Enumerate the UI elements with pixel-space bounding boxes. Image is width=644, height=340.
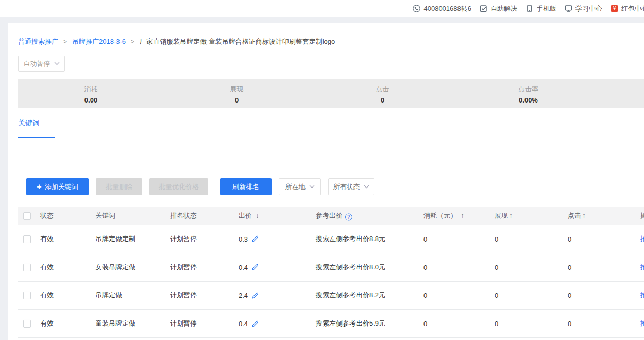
stat-label: 展现 (164, 84, 310, 94)
keywords-table: 状态 关键词 排名状态 出价↓ 参考出价? 消耗（元）↑ 展现↑ 点击↑ 操作 … (18, 207, 644, 340)
chevron-down-icon (364, 185, 369, 189)
mobile-version-link[interactable]: 手机版 (526, 4, 556, 13)
service-phone-number: 4008001688转6 (423, 4, 471, 13)
sort-desc-icon: ↓ (256, 211, 259, 219)
batch-optimize-price-button[interactable]: 批量优化价格 (149, 178, 208, 195)
location-filter-dropdown[interactable]: 所在地 (279, 178, 321, 195)
cell-cost: 0 (423, 263, 427, 271)
tab-active-indicator (18, 137, 55, 138)
header-impressions[interactable]: 展现↑ (495, 211, 513, 220)
service-phone: 4008001688转6 (413, 4, 471, 13)
stat-cost: 消耗 0.00 (18, 79, 164, 108)
sort-asc-icon: ↑ (509, 211, 513, 219)
add-keyword-label: 添加关键词 (45, 182, 78, 192)
mobile-version-label: 手机版 (536, 4, 556, 13)
tab-keywords[interactable]: 关键词 (18, 118, 40, 128)
table-row: 有效 童装吊牌定做 计划暂停 0.4 搜索左侧参考出价5.9元 0 0 0 抢排… (18, 310, 644, 338)
svg-text:¥: ¥ (613, 6, 616, 11)
cell-clicks: 0 (568, 235, 571, 243)
status-filter-dropdown[interactable]: 所有状态 (328, 178, 374, 195)
learning-center-label: 学习中心 (575, 4, 602, 13)
chevron-down-icon (54, 62, 60, 65)
header-keyword: 关键词 (95, 211, 115, 220)
row-checkbox[interactable] (23, 264, 31, 271)
help-icon[interactable]: ? (345, 214, 352, 221)
topbar: 4008001688转6 自助解决 手机版 学习中心 ¥ 红包中心 (0, 0, 644, 17)
cell-bid: 2.4 (239, 292, 248, 299)
red-packet-icon: ¥ (611, 5, 618, 12)
breadcrumb-separator: > (131, 38, 134, 45)
header-bid[interactable]: 出价↓ (239, 211, 259, 220)
cell-status: 有效 (40, 263, 54, 272)
status-filter-label: 所有状态 (333, 182, 360, 192)
cell-rank-status: 计划暂停 (170, 291, 197, 300)
stat-label: 点击 (310, 84, 455, 94)
red-packet-center-link[interactable]: ¥ 红包中心 (611, 4, 644, 13)
cell-bid: 0.4 (239, 263, 248, 271)
table-row: 有效 吊牌定做 计划暂停 2.4 搜索左侧参考出价8.2元 0 0 0 抢排名 (18, 282, 644, 310)
cell-ref-bid: 搜索左侧参考出价8.8元 (316, 234, 385, 244)
row-checkbox[interactable] (23, 292, 31, 299)
stat-ctr: 点击率 0.00% (455, 79, 601, 108)
table-header: 状态 关键词 排名状态 出价↓ 参考出价? 消耗（元）↑ 展现↑ 点击↑ 操作 (18, 207, 644, 225)
grab-rank-link[interactable]: 抢排名 (640, 263, 644, 271)
cell-impressions: 0 (495, 320, 498, 328)
cell-cost: 0 (423, 292, 427, 299)
tab-divider (18, 139, 644, 139)
plus-icon: + (37, 182, 41, 192)
cell-keyword: 吊牌定做 (95, 291, 122, 300)
cell-rank-status: 计划暂停 (170, 319, 197, 328)
edit-bid-icon[interactable] (251, 264, 259, 271)
smartphone-icon (526, 5, 533, 12)
stat-value: 0.00 (18, 96, 164, 104)
grab-rank-link[interactable]: 抢排名 (640, 319, 644, 327)
stat-impressions: 展现 0 (164, 79, 310, 108)
table-row: 有效 女装吊牌定做 计划暂停 0.4 搜索左侧参考出价8.0元 0 0 0 抢排… (18, 253, 644, 282)
row-checkbox[interactable] (23, 320, 31, 328)
stat-clicks: 点击 0 (310, 79, 455, 108)
header-cost[interactable]: 消耗（元）↑ (423, 211, 464, 220)
refresh-rank-button[interactable]: 刷新排名 (220, 178, 272, 195)
stat-value: 0.00% (455, 96, 601, 104)
cell-clicks: 0 (568, 320, 571, 328)
red-packet-label: 红包中心 (621, 4, 644, 13)
breadcrumb-campaign[interactable]: 吊牌推广2018-3-6 (72, 38, 126, 45)
header-actions: 操作 (640, 211, 644, 220)
header-rank-status: 排名状态 (170, 211, 197, 220)
cell-ref-bid: 搜索左侧参考出价8.2元 (316, 291, 385, 300)
content-card: 普通搜索推广>吊牌推广2018-3-6>厂家直销服装吊牌定做 童装吊牌合格证商标… (8, 23, 644, 340)
self-help-link[interactable]: 自助解决 (480, 4, 517, 13)
learning-center-link[interactable]: 学习中心 (565, 4, 602, 13)
breadcrumb-campaign-type[interactable]: 普通搜索推广 (18, 38, 58, 45)
header-clicks[interactable]: 点击↑ (568, 211, 586, 220)
grab-rank-link[interactable]: 抢排名 (640, 235, 644, 243)
stat-label: 点击率 (455, 84, 601, 94)
breadcrumb-current: 厂家直销服装吊牌定做 童装吊牌合格证商标设计印刷整套定制logo (140, 38, 335, 45)
edit-bid-icon[interactable] (251, 292, 259, 299)
sort-asc-icon: ↑ (582, 211, 586, 219)
table-row: 有效 吊牌定做定制 计划暂停 0.3 搜索左侧参考出价8.8元 0 0 0 抢排… (18, 225, 644, 253)
cell-cost: 0 (423, 235, 427, 243)
edit-bid-icon[interactable] (251, 320, 259, 327)
auto-pause-dropdown[interactable]: 自动暂停 (18, 56, 65, 72)
cell-impressions: 0 (495, 263, 498, 271)
grab-rank-link[interactable]: 抢排名 (640, 291, 644, 299)
cell-keyword: 吊牌定做定制 (95, 234, 135, 244)
add-keyword-button[interactable]: +添加关键词 (26, 178, 89, 195)
check-square-icon (480, 5, 487, 12)
stat-value: 0 (164, 96, 310, 104)
cell-rank-status: 计划暂停 (170, 234, 197, 244)
cell-keyword: 女装吊牌定做 (95, 263, 135, 272)
cell-cost: 0 (423, 320, 427, 328)
select-all-checkbox[interactable] (23, 212, 31, 220)
monitor-icon (565, 5, 572, 12)
cell-ref-bid: 搜索左侧参考出价8.0元 (316, 263, 385, 272)
stats-bar: 消耗 0.00 展现 0 点击 0 点击率 0.00% (18, 79, 644, 108)
row-checkbox[interactable] (23, 235, 31, 243)
breadcrumb: 普通搜索推广>吊牌推广2018-3-6>厂家直销服装吊牌定做 童装吊牌合格证商标… (18, 37, 335, 46)
toolbar: +添加关键词 批量删除 批量优化价格 刷新排名 所在地 所有状态 (26, 178, 644, 195)
breadcrumb-separator: > (63, 38, 67, 45)
edit-bid-icon[interactable] (251, 235, 259, 243)
batch-delete-button[interactable]: 批量删除 (96, 178, 142, 195)
cell-clicks: 0 (568, 263, 571, 271)
